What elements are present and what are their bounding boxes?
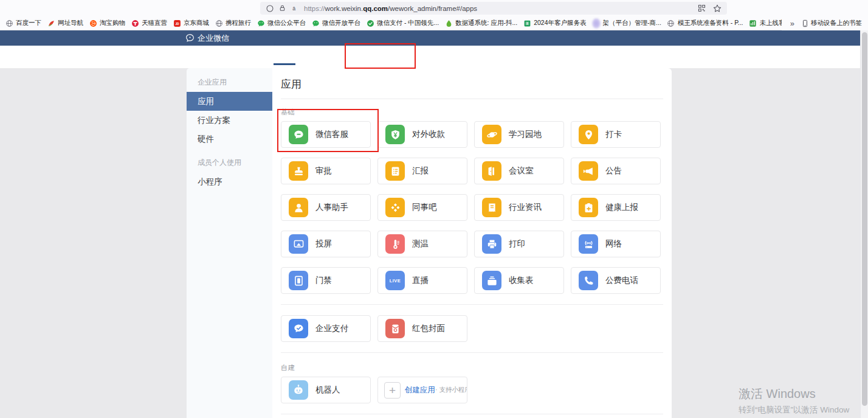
app-tile-network[interactable]: 网络 <box>571 231 661 257</box>
address-bar[interactable]: ā https://work.weixin.qq.com/wework_admi… <box>260 2 727 15</box>
bookmark-item[interactable]: 模王系统准备资料 - P... <box>667 19 743 27</box>
app-tile-pay-check[interactable]: 企业支付 <box>281 315 371 342</box>
sidebar-item[interactable]: 行业方案 <box>187 111 272 130</box>
app-tile-collect[interactable]: 收集表 <box>474 267 564 294</box>
url-text[interactable]: https://work.weixin.qq.com/wework_admin/… <box>304 5 477 12</box>
star-icon[interactable] <box>712 2 722 15</box>
app-tile-meeting-door[interactable]: 会议室 <box>474 158 564 184</box>
nav-tab[interactable] <box>357 46 387 68</box>
bookmark-item[interactable]: 天猫直营 <box>131 19 167 27</box>
app-tile-printer[interactable]: 打印 <box>474 231 564 257</box>
bookmark-item[interactable]: 百度一下 <box>5 19 41 27</box>
page-scrollbar-thumb[interactable] <box>862 32 867 406</box>
app-tile-label: 网络 <box>605 239 622 249</box>
app-tile-news[interactable]: 行业资讯 <box>474 194 564 221</box>
qr-code-icon[interactable] <box>697 2 706 15</box>
app-tile-person[interactable]: 人事助手 <box>281 194 371 221</box>
bookmark-item[interactable]: 微信开放平台 <box>311 19 360 27</box>
app-tile-shield-yuan[interactable]: 对外收款 <box>377 121 467 148</box>
bookmark-item[interactable]: 网址导航 <box>47 19 83 27</box>
bookmark-item[interactable]: 淘宝购物 <box>89 19 125 27</box>
app-tile-diamonds[interactable]: 同事吧 <box>377 194 467 221</box>
bookmark-label: 数据通系统: 应用-抖... <box>455 19 517 27</box>
app-tile-cast[interactable]: 投屏 <box>281 231 371 257</box>
bookmark-item[interactable]: 微信公众平台 <box>257 19 306 27</box>
home-button[interactable] <box>77 1 91 15</box>
shield-icon[interactable] <box>265 2 274 15</box>
sidebar-item[interactable]: 硬件 <box>187 130 272 148</box>
app-tile-plus[interactable]: + 创建应用 · 支持小程序 <box>377 377 467 403</box>
sidebar-group-label: 企业应用 <box>187 68 272 92</box>
history-button[interactable] <box>794 1 807 15</box>
sidebar-item[interactable]: 应用 <box>187 92 272 111</box>
nav-tab[interactable] <box>328 46 357 68</box>
cast-icon <box>289 234 308 254</box>
app-tile-pin[interactable]: 打卡 <box>571 121 661 148</box>
page-scrollbar-track[interactable] <box>860 30 868 418</box>
bookmark-label: 模王系统准备资料 - P... <box>678 19 743 27</box>
app-tile-thermometer[interactable]: 测温 <box>377 231 467 257</box>
app-tile-wechat-service[interactable]: 微信客服 <box>281 121 371 148</box>
app-tile-megaphone[interactable]: 公告 <box>571 158 661 184</box>
app-tile-stamp[interactable]: 审批 <box>281 158 371 184</box>
bookmark-item[interactable]: 携程旅行 <box>215 19 251 27</box>
account-button[interactable] <box>768 1 781 15</box>
app-tile-access-door[interactable]: 门禁 <box>281 267 371 294</box>
wecom-logo[interactable]: 企业微信 <box>185 30 229 46</box>
bookmark-label: 百度一下 <box>16 19 41 27</box>
app-tile-label: 公费电话 <box>605 275 638 286</box>
wechat-bubble-icon <box>311 19 320 27</box>
bookmark-item[interactable]: 2024年客户服务表 <box>523 19 586 27</box>
nav-tab[interactable] <box>241 46 270 68</box>
main-header: 应用 <box>272 68 672 99</box>
app-tile-label: 收集表 <box>509 275 534 286</box>
mobile-bookmarks-folder[interactable]: 移动设备上的书签 <box>801 19 862 27</box>
globe-icon <box>215 19 223 27</box>
header-links <box>820 30 849 46</box>
app-tile-label: 公告 <box>605 165 622 176</box>
blurred-icon <box>592 19 601 27</box>
menu-button[interactable] <box>846 1 859 15</box>
phone-icon <box>579 271 598 290</box>
app-tile-phone[interactable]: 公费电话 <box>571 267 661 294</box>
section-divider <box>281 414 663 414</box>
translate-icon[interactable]: ā <box>291 2 300 15</box>
app-tile-health[interactable]: 健康上报 <box>571 194 661 221</box>
app-tile-report[interactable]: 汇报 <box>377 158 467 184</box>
wechat-bubble-icon <box>257 19 265 27</box>
sidebar-row-label: 应用 <box>198 97 214 106</box>
app-tile-label: 直播 <box>412 275 429 286</box>
nav-tab[interactable] <box>387 46 416 68</box>
svg-text:JD: JD <box>175 22 179 25</box>
app-tile-label: 创建应用 <box>405 385 435 395</box>
nav-tab[interactable] <box>182 46 212 68</box>
app-tile-robot[interactable]: 机器人 <box>281 377 371 403</box>
phone-device-icon <box>801 19 809 27</box>
url-subdomain: work.weixin. <box>325 5 363 12</box>
app-tile-live[interactable]: LIVE 直播 <box>377 267 467 294</box>
nav-tab[interactable] <box>212 46 241 68</box>
sidebar-item[interactable]: 小程序 <box>187 172 272 191</box>
download-button[interactable] <box>742 1 755 15</box>
bookmarks-overflow-chevron[interactable]: » <box>790 19 794 28</box>
bookmark-item[interactable]: 数据通系统: 应用-抖... <box>444 19 517 27</box>
taobao-icon <box>89 19 97 27</box>
app-sections: 基础 微信客服 对外收款 学习园地 打卡 审批 汇报 会议室 公告 人事助手 <box>272 108 672 414</box>
bookmark-item[interactable]: 架（平台）管理-商... <box>592 19 661 27</box>
nav-tab[interactable] <box>299 46 328 68</box>
nav-tab-active[interactable] <box>270 46 299 68</box>
bookmark-item[interactable]: JD 京东商城 <box>173 19 209 27</box>
reload-button[interactable] <box>53 1 67 15</box>
app-tile-planet[interactable]: 学习园地 <box>474 121 564 148</box>
bookmarks-bar-right: » 移动设备上的书签 <box>782 16 868 30</box>
person-icon <box>289 198 308 217</box>
address-bar-actions <box>697 2 722 15</box>
forward-button[interactable] <box>30 1 43 15</box>
share-button[interactable] <box>820 1 833 15</box>
app-tile-label: 打卡 <box>605 129 622 140</box>
report-icon <box>385 161 405 181</box>
back-button[interactable] <box>6 1 19 15</box>
health-icon <box>579 198 598 217</box>
bookmark-item[interactable]: 微信支付 - 中国领先... <box>366 19 439 27</box>
app-tile-red-packet[interactable]: 红包封面 <box>377 315 467 342</box>
